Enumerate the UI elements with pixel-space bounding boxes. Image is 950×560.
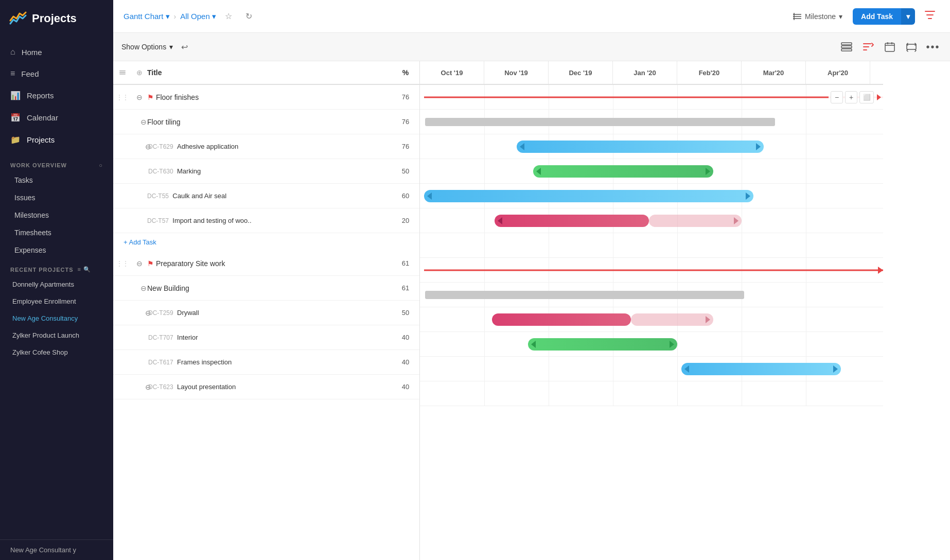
row-preparatory-site[interactable]: ⋮⋮ ⊖ ⚑ Preparatory Site work 61 xyxy=(113,251,419,276)
sidebar-nav-label-feed: Feed xyxy=(21,69,39,78)
sidebar-project-zylker-coffee[interactable]: Zylker Cofee Shop xyxy=(0,344,113,361)
row-floor-finishes[interactable]: ⋮⋮ ⊖ ⚑ Floor finishes 76 xyxy=(113,85,419,110)
sidebar-logo[interactable]: Projects xyxy=(0,0,113,37)
expand-ctrl-button[interactable]: ⬜ xyxy=(859,91,874,103)
row-dc-t623[interactable]: ⊖ DC-T623 Layout presentation 40 xyxy=(113,375,419,399)
more-options-button[interactable]: ••• xyxy=(924,38,942,56)
sidebar-item-feed[interactable]: ≡ Feed xyxy=(0,63,113,84)
sidebar-project-zylker-launch[interactable]: Zylker Product Launch xyxy=(0,327,113,344)
row-dc-t617[interactable]: DC-T617 Frames inspection 40 xyxy=(113,350,419,375)
row-title-floor-finishes: ⚑ Floor finishes xyxy=(147,93,392,101)
row-expand-preparatory[interactable]: ⊖ xyxy=(132,259,147,268)
plus-button[interactable]: + xyxy=(845,91,857,103)
row-expand-t623[interactable]: ⊖ xyxy=(132,383,148,391)
sidebar-project-donnelly[interactable]: Donnelly Apartments xyxy=(0,276,113,293)
row-expand-t259[interactable]: ⊖ xyxy=(132,309,148,317)
gantt-bar-row-floor-tiling[interactable] xyxy=(420,110,883,134)
bar-t629[interactable] xyxy=(517,141,764,153)
sidebar-item-reports[interactable]: 📊 Reports xyxy=(0,84,113,107)
row-dc-t707[interactable]: DC-T707 Interior 40 xyxy=(113,325,419,350)
sidebar-item-issues[interactable]: Issues xyxy=(0,189,113,206)
gantt-chart-right[interactable]: Oct '19 Nov '19 Dec '19 Jan '20 Feb'20 M… xyxy=(420,61,950,560)
add-task-arrow[interactable]: ▾ xyxy=(901,8,915,25)
all-open-dropdown[interactable]: All Open ▾ xyxy=(180,12,216,21)
row-pct-t259: 50 xyxy=(392,309,419,317)
row-dc-t259[interactable]: ⊖ DC-T259 Drywall 50 xyxy=(113,301,419,325)
gantt-bar-row-t57[interactable] xyxy=(420,208,883,233)
row-dc-t55[interactable]: DC-T55 Caulk and Air seal 60 xyxy=(113,184,419,208)
row-title-t617: DC-T617 Frames inspection xyxy=(148,358,392,366)
expand-button[interactable] xyxy=(903,38,920,56)
gantt-bar-row-t55[interactable] xyxy=(420,184,883,208)
group-by-button[interactable] xyxy=(838,38,855,56)
gantt-rows: − + ⬜ xyxy=(420,85,883,406)
row-expand-new-building[interactable]: ⊖ xyxy=(132,284,147,292)
sidebar-item-milestones[interactable]: Milestones xyxy=(0,206,113,224)
calendar-view-button[interactable] xyxy=(881,38,899,56)
gantt-bar-row-t629[interactable] xyxy=(420,134,883,159)
gantt-bar-row-preparatory[interactable] xyxy=(420,258,883,283)
milestone-dropdown[interactable]: Milestone ▾ xyxy=(787,9,848,24)
row-expand-t629[interactable]: ⊖ xyxy=(132,143,148,151)
expand-icon-floor-tiling: ⊖ xyxy=(140,118,147,126)
svg-rect-5 xyxy=(841,43,852,45)
gantt-bar-row-t630[interactable] xyxy=(420,159,883,184)
bar-preparatory-line xyxy=(424,269,883,271)
drag-cols-icon xyxy=(118,68,127,77)
filter-button[interactable] xyxy=(920,7,940,25)
toolbar-right: ••• xyxy=(838,38,942,56)
add-task-inline-button[interactable]: + Add Task xyxy=(113,233,419,251)
sidebar-item-home[interactable]: ⌂ Home xyxy=(0,41,113,63)
row-floor-tiling[interactable]: ⊖ Floor tiling 76 xyxy=(113,110,419,134)
svg-rect-7 xyxy=(841,49,852,51)
sidebar: Projects ⌂ Home ≡ Feed 📊 Reports 📅 Calen… xyxy=(0,0,113,560)
sidebar-item-tasks[interactable]: Tasks xyxy=(0,171,113,189)
search-recent-icon[interactable]: 🔍 xyxy=(83,266,91,272)
col-expand-header: ⊕ xyxy=(132,68,147,77)
favorite-button[interactable]: ☆ xyxy=(220,8,237,25)
bar-t629-left-arrow xyxy=(520,143,524,150)
sidebar-item-expenses[interactable]: Expenses xyxy=(0,241,113,259)
row-expand-floor-finishes[interactable]: ⊖ xyxy=(132,93,147,101)
sidebar-project-employee[interactable]: Employee Enrollment xyxy=(0,293,113,310)
row-dc-t629[interactable]: ⊖ DC-T629 Adhesive application 76 xyxy=(113,134,419,159)
filter-recent-icon[interactable]: ≡ xyxy=(78,266,81,272)
bar-t630[interactable] xyxy=(533,165,713,178)
gantt-bar-row-t259[interactable] xyxy=(420,307,883,332)
group-by-icon xyxy=(841,42,852,51)
bar-t259-ghost-arrow xyxy=(706,316,710,323)
bar-t630-right-arrow xyxy=(706,168,710,175)
gantt-bar-row-floor-finishes[interactable]: − + ⬜ xyxy=(420,85,883,110)
row-pct-t55: 60 xyxy=(392,192,419,200)
sort-button[interactable] xyxy=(859,38,877,56)
add-task-main[interactable]: Add Task xyxy=(853,8,901,25)
row-expand-floor-tiling[interactable]: ⊖ xyxy=(132,118,147,126)
row-new-building[interactable]: ⊖ New Building 61 xyxy=(113,276,419,301)
bar-t617-right-arrow xyxy=(833,365,838,373)
gantt-chart-dropdown[interactable]: Gantt Chart ▾ xyxy=(124,12,170,21)
row-dc-t630[interactable]: DC-T630 Marking 50 xyxy=(113,159,419,184)
bar-t259-main[interactable] xyxy=(492,313,631,326)
bar-t707[interactable] xyxy=(528,338,677,351)
gantt-bar-row-t623[interactable] xyxy=(420,381,883,406)
row-pct-t623: 40 xyxy=(392,383,419,391)
refresh-button[interactable]: ↻ xyxy=(241,8,257,25)
show-options-button[interactable]: Show Options ▾ xyxy=(121,43,173,51)
row-dc-t57[interactable]: DC-T57 Import and testing of woo.. 20 xyxy=(113,208,419,233)
undo-button[interactable]: ↩ xyxy=(179,40,190,54)
bar-t617[interactable] xyxy=(681,363,841,375)
bar-t57-ghost-arrow xyxy=(734,217,738,224)
sidebar-bottom: New Age Consultant y xyxy=(0,539,113,560)
sidebar-project-newage[interactable]: New Age Consultancy xyxy=(0,310,113,327)
gantt-bar-row-t707[interactable] xyxy=(420,332,883,357)
bar-t55[interactable] xyxy=(424,190,753,202)
minus-button[interactable]: − xyxy=(831,91,843,103)
sidebar-item-calendar[interactable]: 📅 Calendar xyxy=(0,107,113,129)
add-task-button[interactable]: Add Task ▾ xyxy=(853,8,915,25)
sidebar-item-projects[interactable]: 📁 Projects xyxy=(0,129,113,151)
gantt-bar-row-t617[interactable] xyxy=(420,357,883,381)
sidebar-item-timesheets[interactable]: Timesheets xyxy=(0,224,113,241)
bar-t57-main[interactable] xyxy=(495,215,649,227)
gantt-bar-row-new-building[interactable] xyxy=(420,283,883,307)
arrow-right-icon xyxy=(877,94,881,100)
